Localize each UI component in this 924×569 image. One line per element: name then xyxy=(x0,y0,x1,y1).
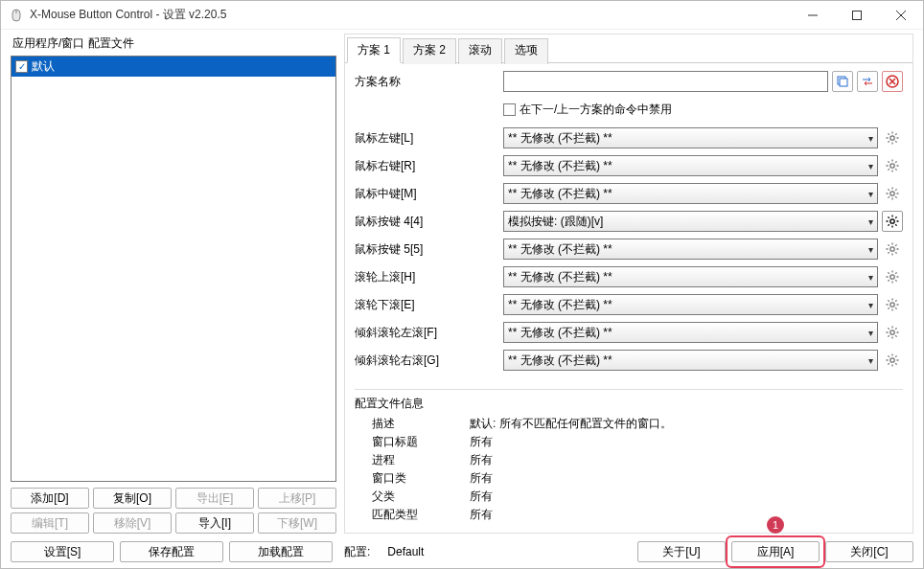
mapping-select[interactable]: ** 无修改 (不拦截) ** xyxy=(503,266,878,287)
settings-button[interactable]: 设置[S] xyxy=(11,541,114,562)
save-config-button[interactable]: 保存配置 xyxy=(120,541,223,562)
mapping-gear-button[interactable] xyxy=(882,322,903,343)
info-row: 窗口标题所有 xyxy=(355,434,903,450)
profile-item[interactable]: ✓ 默认 xyxy=(12,57,335,77)
tab-options[interactable]: 选项 xyxy=(504,38,548,64)
gear-icon xyxy=(885,214,900,229)
mapping-row: 倾斜滚轮右滚[G]** 无修改 (不拦截) ** xyxy=(355,350,903,371)
mapping-gear-button[interactable] xyxy=(882,183,903,204)
gear-icon xyxy=(885,241,900,257)
copy-button[interactable]: 复制[O] xyxy=(93,488,172,509)
mapping-select[interactable]: ** 无修改 (不拦截) ** xyxy=(503,183,878,204)
tabs: 方案 1 方案 2 滚动 选项 xyxy=(345,34,912,63)
mapping-gear-button[interactable] xyxy=(882,350,903,371)
maximize-button[interactable] xyxy=(835,1,879,29)
info-row-label: 窗口标题 xyxy=(355,434,470,450)
moveup-button[interactable]: 上移[P] xyxy=(258,488,336,509)
mapping-label: 鼠标按键 5[5] xyxy=(355,241,503,258)
profile-checkbox[interactable]: ✓ xyxy=(15,60,28,73)
profiles-list[interactable]: ✓ 默认 xyxy=(11,56,336,482)
info-row-label: 匹配类型 xyxy=(355,507,470,523)
svg-point-11 xyxy=(890,136,894,140)
window-title: X-Mouse Button Control - 设置 v2.20.5 xyxy=(30,7,791,23)
close-dialog-button[interactable]: 关闭[C] xyxy=(825,541,913,562)
mapping-label: 滚轮下滚[E] xyxy=(355,297,503,313)
mapping-label: 鼠标中键[M] xyxy=(355,186,503,202)
info-row-value: 所有 xyxy=(470,507,903,523)
mapping-gear-button[interactable] xyxy=(882,211,903,232)
disable-row: 在下一/上一方案的命令中禁用 xyxy=(355,99,903,120)
mapping-select[interactable]: 模拟按键: (跟随)[v] xyxy=(503,211,878,232)
gear-icon xyxy=(885,186,900,201)
mapping-select[interactable]: ** 无修改 (不拦截) ** xyxy=(503,322,878,343)
mapping-select[interactable]: ** 无修改 (不拦截) ** xyxy=(503,294,878,315)
svg-point-19 xyxy=(890,358,894,362)
mapping-row: 滚轮上滚[H]** 无修改 (不拦截) ** xyxy=(355,266,903,287)
mapping-label: 倾斜滚轮右滚[G] xyxy=(355,353,503,369)
add-button[interactable]: 添加[D] xyxy=(11,488,89,509)
mapping-select[interactable]: ** 无修改 (不拦截) ** xyxy=(503,350,878,371)
svg-rect-3 xyxy=(853,11,862,19)
gear-icon xyxy=(885,297,900,312)
app-icon xyxy=(9,8,24,23)
mapping-row: 鼠标中键[M]** 无修改 (不拦截) ** xyxy=(355,183,903,204)
copy-layer-button[interactable] xyxy=(832,71,853,92)
svg-point-14 xyxy=(890,219,894,223)
mapping-gear-button[interactable] xyxy=(882,266,903,287)
layer-name-input[interactable] xyxy=(503,71,828,92)
config-label: 配置: xyxy=(338,544,376,560)
layer-name-label: 方案名称 xyxy=(355,74,503,90)
remove-button[interactable]: 移除[V] xyxy=(93,512,172,534)
mapping-select[interactable]: ** 无修改 (不拦截) ** xyxy=(503,239,878,260)
mapping-gear-button[interactable] xyxy=(882,155,903,176)
gear-icon xyxy=(885,353,900,368)
apply-button[interactable]: 应用[A] xyxy=(731,541,820,562)
mapping-select[interactable]: ** 无修改 (不拦截) ** xyxy=(503,155,878,176)
mapping-label: 倾斜滚轮左滚[F] xyxy=(355,325,503,341)
svg-point-12 xyxy=(890,164,894,168)
info-row: 匹配类型所有 xyxy=(355,507,903,523)
about-button[interactable]: 关于[U] xyxy=(637,541,726,562)
info-row: 进程所有 xyxy=(355,452,903,468)
settings-panel: 方案 1 方案 2 滚动 选项 方案名称 xyxy=(344,34,913,534)
mapping-gear-button[interactable] xyxy=(882,239,903,260)
close-button[interactable] xyxy=(879,1,923,29)
swap-icon xyxy=(861,75,874,88)
info-row-label: 进程 xyxy=(355,452,470,468)
mapping-gear-button[interactable] xyxy=(882,294,903,315)
mapping-gear-button[interactable] xyxy=(882,127,903,148)
svg-point-17 xyxy=(890,303,894,307)
svg-point-16 xyxy=(890,275,894,279)
tab-layer2[interactable]: 方案 2 xyxy=(403,38,456,64)
tab-layer1[interactable]: 方案 1 xyxy=(347,37,401,63)
mapping-row: 倾斜滚轮左滚[F]** 无修改 (不拦截) ** xyxy=(355,322,903,343)
info-row-label: 父类 xyxy=(355,489,470,505)
tab-scroll[interactable]: 滚动 xyxy=(458,38,502,64)
mapping-row: 鼠标左键[L]** 无修改 (不拦截) ** xyxy=(355,127,903,148)
info-row-value: 所有 xyxy=(470,470,903,487)
mapping-select[interactable]: ** 无修改 (不拦截) ** xyxy=(503,127,878,148)
gear-icon xyxy=(885,269,900,284)
profile-info: 配置文件信息 描述 默认: 所有不匹配任何配置文件的窗口。 窗口标题所有进程所有… xyxy=(355,389,903,525)
load-config-button[interactable]: 加载配置 xyxy=(229,541,333,562)
window-controls xyxy=(791,1,923,29)
disable-checkbox[interactable] xyxy=(503,103,516,116)
mapping-row: 鼠标右键[R]** 无修改 (不拦截) ** xyxy=(355,155,903,176)
footer: 设置[S] 保存配置 加载配置 配置: Default 关于[U] 应用[A] … xyxy=(11,534,913,562)
profiles-label: 应用程序/窗口 配置文件 xyxy=(11,34,336,56)
mapping-row: 滚轮下滚[E]** 无修改 (不拦截) ** xyxy=(355,294,903,315)
edit-button[interactable]: 编辑[T] xyxy=(11,512,89,534)
mapping-row: 鼠标按键 5[5]** 无修改 (不拦截) ** xyxy=(355,239,903,260)
profile-item-label: 默认 xyxy=(32,58,55,75)
mapping-label: 鼠标左键[L] xyxy=(355,130,503,147)
export-button[interactable]: 导出[E] xyxy=(175,488,254,509)
minimize-button[interactable] xyxy=(791,1,835,29)
delete-icon xyxy=(886,75,899,88)
svg-point-13 xyxy=(890,192,894,195)
swap-layer-button[interactable] xyxy=(857,71,878,92)
gear-icon xyxy=(885,130,900,146)
movedown-button[interactable]: 下移[W] xyxy=(258,512,336,534)
info-row-value: 所有 xyxy=(470,434,903,450)
delete-layer-button[interactable] xyxy=(882,71,903,92)
import-button[interactable]: 导入[I] xyxy=(175,512,254,534)
